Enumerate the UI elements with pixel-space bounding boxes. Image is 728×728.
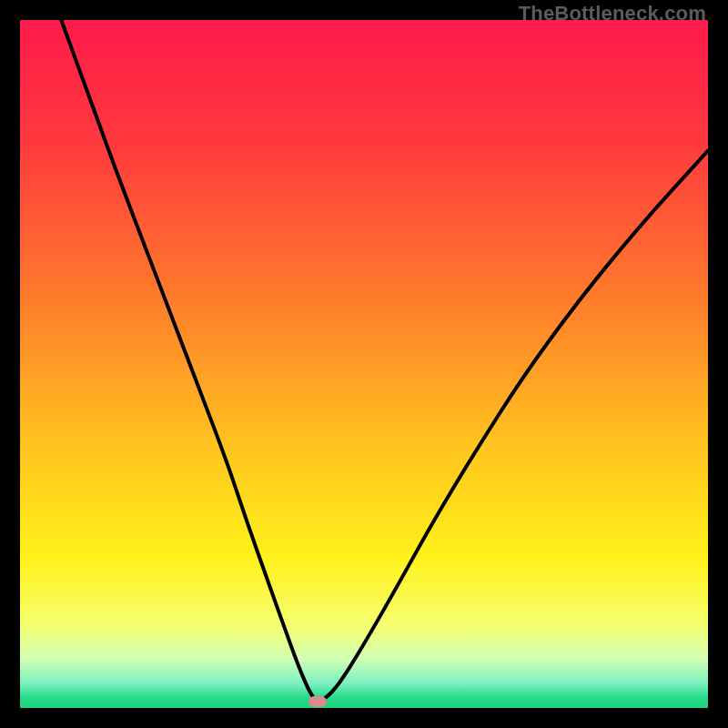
plot-area bbox=[20, 20, 708, 708]
curve-line bbox=[20, 20, 708, 708]
chart-frame: TheBottleneck.com bbox=[0, 0, 728, 728]
minimum-marker bbox=[308, 696, 327, 707]
